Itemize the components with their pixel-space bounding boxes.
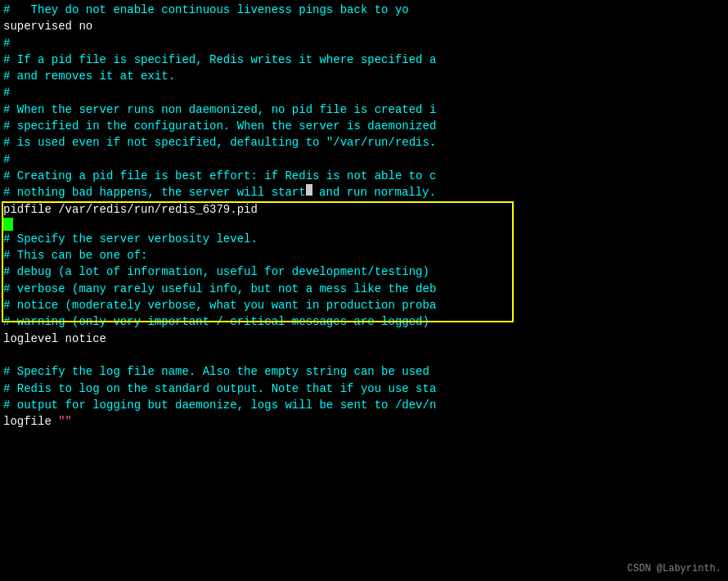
hash-15: # [3,231,10,247]
hash-23: # [3,363,10,380]
terminal-window: # They do not enable continuous liveness… [0,0,728,581]
comment-19: notice (moderately verbose, what you wan… [10,297,436,313]
line-20: # warning (only very important / critica… [3,313,725,330]
comment-12b: and run normally. [312,184,436,200]
green-indicator [3,218,13,231]
line-16: # This can be one of: [3,247,725,263]
hash-17: # [3,263,10,280]
config-logfile-value: "" [58,413,72,430]
line-18: # verbose (many rarely useful info, but … [3,281,725,297]
config-pidfile: pidfile /var/redis/run/redis_6379.pid [3,201,258,218]
hash-1: # [3,2,10,18]
line-1: # They do not enable continuous liveness… [3,2,725,18]
watermark: CSDN @Labyrinth. [627,563,721,574]
line-25: # output for logging but daemonize, logs… [3,397,725,413]
hash-8: # [3,118,10,134]
line-8: # specified in the configuration. When t… [3,118,725,134]
line-5: # and removes it at exit. [3,68,725,84]
line-23: # Specify the log file name. Also the em… [3,363,725,380]
line-24: # Redis to log on the standard output. N… [3,381,725,397]
comment-7: When the server runs non daemonized, no … [10,101,436,118]
comment-20: warning (only very important / critical … [10,313,429,330]
config-loglevel: loglevel notice [3,331,106,347]
hash-6: # [3,84,10,101]
comment-1: They do not enable continuous liveness p… [10,2,408,18]
line-4: # If a pid file is specified, Redis writ… [3,52,725,68]
line-26: logfile "" [3,413,725,430]
hash-4: # [3,52,10,68]
hash-20: # [3,313,10,330]
hash-16: # [3,247,10,263]
comment-16: This can be one of: [10,247,147,263]
config-supervised: supervised no [3,18,92,34]
comment-18: verbose (many rarely useful info, but no… [10,281,436,297]
comment-24: Redis to log on the standard output. Not… [10,381,436,397]
line-12: # nothing bad happens, the server will s… [3,184,725,200]
hash-10: # [3,151,10,168]
line-22 [3,347,725,363]
hash-5: # [3,68,10,84]
hash-7: # [3,101,10,118]
comment-23: Specify the log file name. Also the empt… [10,363,429,380]
line-10: # [3,151,725,168]
line-13: pidfile /var/redis/run/redis_6379.pid [3,201,725,218]
hash-25: # [3,397,10,413]
comment-5: and removes it at exit. [10,68,175,84]
config-logfile-key: logfile [3,413,58,430]
line-15: # Specify the server verbosity level. [3,231,725,247]
comment-11: Creating a pid file is best effort: if R… [10,168,436,184]
hash-3: # [3,35,10,52]
hash-19: # [3,297,10,313]
comment-17: debug (a lot of information, useful for … [10,263,429,280]
comment-4: If a pid file is specified, Redis writes… [10,52,436,68]
line-2: supervised no [3,18,725,34]
hash-24: # [3,381,10,397]
comment-12: nothing bad happens, the server will sta… [10,184,305,200]
line-3: # [3,35,725,52]
hash-18: # [3,281,10,297]
hash-12: # [3,184,10,200]
line-9: # is used even if not specified, default… [3,134,725,151]
line-7: # When the server runs non daemonized, n… [3,101,725,118]
line-6: # [3,84,725,101]
hash-9: # [3,134,10,151]
hash-11: # [3,168,10,184]
comment-25: output for logging but daemonize, logs w… [10,397,436,413]
comment-15: Specify the server verbosity level. [10,231,257,247]
comment-9: is used even if not specified, defaultin… [10,134,436,151]
code-content: # They do not enable continuous liveness… [0,0,728,431]
line-17: # debug (a lot of information, useful fo… [3,263,725,280]
cursor [306,184,312,196]
line-11: # Creating a pid file is best effort: if… [3,168,725,184]
line-19: # notice (moderately verbose, what you w… [3,297,725,313]
comment-8: specified in the configuration. When the… [10,118,436,134]
line-21: loglevel notice [3,331,725,347]
line-14 [3,218,725,231]
